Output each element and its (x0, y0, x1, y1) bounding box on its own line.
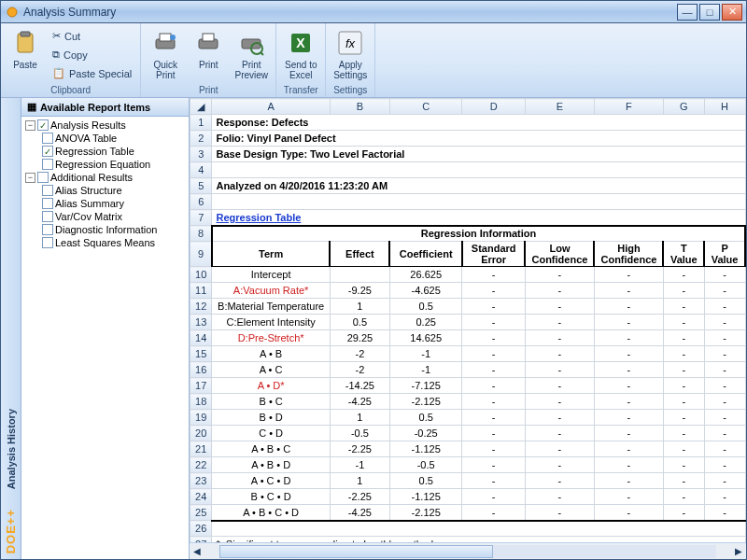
cell[interactable]: - (525, 362, 594, 378)
row-header[interactable]: 24 (190, 489, 212, 505)
cell[interactable]: 26.625 (389, 267, 461, 283)
checkbox[interactable] (42, 211, 53, 222)
cell[interactable]: -7.125 (389, 378, 461, 394)
cell[interactable]: - (462, 346, 526, 362)
cell[interactable]: - (704, 378, 745, 394)
cell[interactable]: - (462, 394, 526, 410)
row-header[interactable]: 7 (190, 210, 212, 226)
col-header-D[interactable]: D (462, 99, 526, 115)
row-header[interactable]: 23 (190, 473, 212, 489)
cell[interactable]: -2.125 (389, 505, 461, 521)
cell[interactable]: - (663, 362, 704, 378)
cell[interactable]: P Value (704, 242, 745, 267)
row-header[interactable]: 10 (190, 267, 212, 283)
cell[interactable]: - (594, 441, 663, 457)
col-header-B[interactable]: B (330, 99, 389, 115)
cell[interactable]: Low Confidence (525, 242, 594, 267)
cell[interactable]: Coefficient (389, 242, 461, 267)
cell[interactable]: - (594, 473, 663, 489)
cell[interactable]: -4.25 (330, 505, 389, 521)
cell[interactable]: - (594, 346, 663, 362)
row-header[interactable]: 22 (190, 457, 212, 473)
row-header[interactable]: 27 (190, 537, 212, 543)
cell[interactable]: A • D* (212, 378, 330, 394)
cell[interactable]: -9.25 (330, 283, 389, 299)
horizontal-scrollbar[interactable]: ◀ ▶ (190, 542, 746, 559)
collapse-icon[interactable]: − (25, 173, 35, 183)
row-header[interactable]: 19 (190, 410, 212, 426)
cell[interactable]: -14.25 (330, 378, 389, 394)
cell[interactable]: - (525, 346, 594, 362)
cell[interactable]: - (525, 441, 594, 457)
collapse-icon[interactable]: − (25, 120, 35, 131)
cell[interactable]: - (462, 457, 526, 473)
col-header-H[interactable]: H (704, 99, 745, 115)
cell[interactable]: - (525, 410, 594, 426)
cell[interactable]: - (594, 267, 663, 283)
print-preview-button[interactable]: Print Preview (231, 25, 272, 84)
row-header[interactable]: 9 (190, 242, 212, 267)
scroll-left-icon[interactable]: ◀ (190, 544, 204, 559)
cell[interactable]: - (525, 457, 594, 473)
cell[interactable]: - (704, 473, 745, 489)
cell[interactable]: - (594, 457, 663, 473)
cell[interactable]: - (462, 315, 526, 330)
cell[interactable] (212, 162, 745, 178)
cell[interactable]: - (663, 346, 704, 362)
cell[interactable]: - (594, 362, 663, 378)
cell[interactable]: - (462, 283, 526, 299)
cell[interactable]: - (663, 378, 704, 394)
tree-item[interactable]: Alias Summary (21, 197, 189, 210)
cell[interactable]: - (704, 457, 745, 473)
cell[interactable]: - (663, 283, 704, 299)
col-header-C[interactable]: C (389, 99, 461, 115)
tree-item[interactable]: Diagnostic Information (21, 223, 189, 236)
cell[interactable]: - (462, 330, 526, 346)
cell[interactable]: -0.5 (330, 426, 389, 441)
checkbox[interactable] (37, 172, 49, 183)
cell[interactable]: Effect (330, 242, 389, 267)
cell[interactable]: 0.5 (330, 315, 389, 330)
cell[interactable]: 1 (330, 410, 389, 426)
cell[interactable]: B • D (212, 410, 330, 426)
cell[interactable]: -2.25 (330, 489, 389, 505)
cell[interactable]: - (462, 378, 526, 394)
cell[interactable]: - (594, 489, 663, 505)
close-button[interactable]: ✕ (722, 4, 742, 21)
cell[interactable]: Base Design Type: Two Level Factorial (212, 147, 745, 162)
row-header[interactable]: 8 (190, 226, 212, 242)
select-all-corner[interactable]: ◢ (190, 99, 212, 115)
cell[interactable] (212, 194, 745, 210)
cell[interactable] (212, 521, 745, 537)
cell[interactable]: C:Element Intensity (212, 315, 330, 330)
cell[interactable]: A • B • C (212, 441, 330, 457)
cell[interactable]: -4.25 (330, 394, 389, 410)
row-header[interactable]: 6 (190, 194, 212, 210)
cell[interactable]: 1 (330, 299, 389, 315)
cell[interactable]: - (525, 267, 594, 283)
cell[interactable]: - (594, 410, 663, 426)
cell[interactable]: - (462, 489, 526, 505)
col-header-F[interactable]: F (594, 99, 663, 115)
checkbox[interactable] (42, 185, 53, 196)
cell[interactable]: Analyzed on 4/20/2016 11:23:20 AM (212, 178, 745, 194)
cell[interactable]: - (663, 267, 704, 283)
row-header[interactable]: 11 (190, 283, 212, 299)
cell[interactable]: Folio: Vinyl Panel Defect (212, 131, 745, 147)
cell[interactable]: T Value (663, 242, 704, 267)
cell[interactable]: 0.5 (389, 299, 461, 315)
cell[interactable]: - (462, 441, 526, 457)
cell[interactable]: - (594, 299, 663, 315)
cell[interactable]: - (663, 299, 704, 315)
row-header[interactable]: 21 (190, 441, 212, 457)
cell[interactable]: - (663, 394, 704, 410)
tree-item[interactable]: Var/Cov Matrix (21, 210, 189, 223)
cell[interactable]: B:Material Temperature (212, 299, 330, 315)
scroll-right-icon[interactable]: ▶ (731, 544, 746, 559)
cell[interactable]: 0.25 (389, 315, 461, 330)
cell[interactable]: - (525, 394, 594, 410)
row-header[interactable]: 16 (190, 362, 212, 378)
cell[interactable]: - (663, 457, 704, 473)
cell[interactable]: - (704, 283, 745, 299)
cell[interactable]: -4.625 (389, 283, 461, 299)
